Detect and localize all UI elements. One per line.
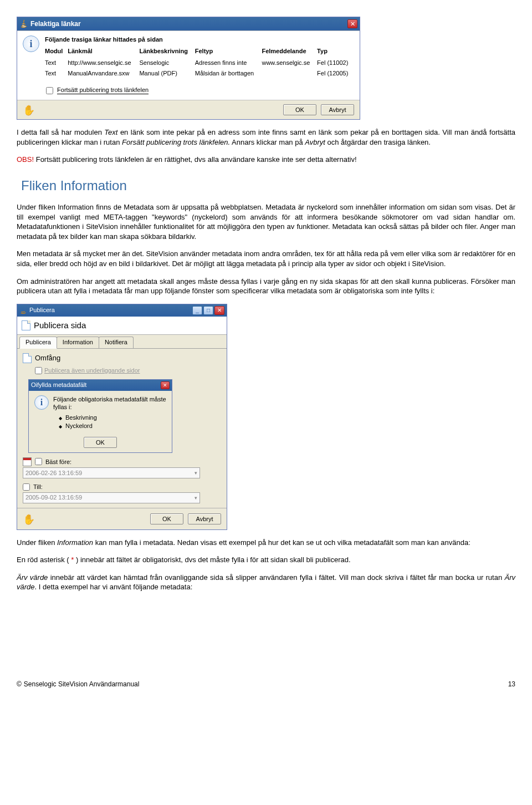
cancel-button[interactable]: Avbryt — [188, 513, 221, 524]
paragraph: Om administratören har angett att metada… — [17, 277, 515, 296]
tabs: Publicera Information Notifiera — [17, 335, 227, 349]
titlebar[interactable]: Publicera _ □ ✕ — [17, 304, 227, 317]
maximize-icon[interactable]: □ — [203, 306, 213, 315]
paragraph: Under fliken Information kan man fylla i… — [17, 538, 515, 548]
java-icon — [19, 19, 28, 28]
col-typ: Typ — [317, 46, 354, 58]
copyright-icon: © — [17, 680, 22, 689]
titlebar[interactable]: Felaktiga länkar ✕ — [17, 17, 360, 30]
tab-notifiera[interactable]: Notifiera — [99, 337, 134, 348]
document-icon — [23, 353, 32, 363]
table-row[interactable]: Text http://www.senselgic.se Senselogic … — [45, 58, 354, 68]
paragraph: I detta fall så har modulen Text en länk… — [17, 128, 515, 147]
hand-icon: ✋ — [23, 513, 35, 525]
unfilled-metadata-dialog: Oifyllda metadatafält ✕ i Följande oblig… — [28, 379, 172, 453]
col-modul: Modul — [45, 46, 68, 58]
col-feltyp: Feltyp — [195, 46, 262, 58]
table-row[interactable]: Text ManualAnvandare.sxw Manual (PDF) Må… — [45, 68, 354, 79]
titlebar[interactable]: Oifyllda metadatafält ✕ — [29, 380, 172, 391]
close-icon[interactable]: ✕ — [214, 306, 224, 315]
best-before-checkbox[interactable] — [35, 458, 42, 465]
info-icon: i — [23, 35, 39, 52]
hand-icon: ✋ — [23, 104, 35, 116]
publish-dialog: Publicera _ □ ✕ Publicera sida Publicera… — [17, 304, 227, 530]
list-item: Nyckelord — [59, 422, 166, 430]
page-number: 13 — [508, 680, 515, 689]
paragraph: Men metadata är så mycket mer än det. Si… — [17, 249, 515, 268]
paragraph: En röd asterisk ( * ) innebär att fältet… — [17, 555, 515, 565]
info-icon: i — [34, 395, 49, 410]
publish-subpages[interactable]: Publicera även underliggande sidor — [35, 366, 221, 375]
dialog-title: Publicera — [29, 306, 191, 314]
footer-text: Senselogic SiteVision Användarmanual — [24, 680, 140, 689]
dialog-intro: Följande trasiga länkar hittades på sida… — [45, 35, 354, 44]
publish-subpages-checkbox[interactable] — [35, 367, 42, 374]
broken-links-table: Modul Länkmål Länkbeskrivning Feltyp Fel… — [45, 46, 354, 79]
col-lankmal: Länkmål — [68, 46, 139, 58]
missing-fields-list: Beskrivning Nyckelord — [59, 414, 166, 430]
till-field[interactable]: 2005-09-02 13:16:59▾ — [23, 492, 200, 503]
tab-publicera[interactable]: Publicera — [19, 337, 57, 349]
ok-button[interactable]: OK — [283, 104, 316, 115]
broken-links-dialog: Felaktiga länkar ✕ i Följande trasiga lä… — [17, 17, 360, 120]
paragraph: Under fliken Information finns de Metada… — [17, 202, 515, 241]
till-checkbox[interactable] — [23, 483, 30, 491]
chevron-down-icon[interactable]: ▾ — [195, 470, 197, 476]
col-beskr: Länkbeskrivning — [139, 46, 195, 58]
section-heading-information: Fliken Information — [21, 177, 515, 195]
section-omfang: Omfång — [23, 353, 221, 363]
page-footer: © Senselogic SiteVision Användarmanual 1… — [0, 677, 532, 694]
cancel-button[interactable]: Avbryt — [321, 104, 354, 115]
close-icon[interactable]: ✕ — [161, 381, 170, 389]
till-row: Till: — [23, 483, 221, 491]
nested-msg: Följande obligatoriska metadatafält måst… — [53, 395, 166, 412]
paragraph: Ärv värde innebär att värdet kan hämtad … — [17, 573, 515, 592]
calendar-icon — [23, 457, 32, 466]
minimize-icon[interactable]: _ — [192, 306, 202, 315]
continue-despite-errors[interactable]: Fortsätt publicering trots länkfelen — [46, 86, 354, 94]
list-item: Beskrivning — [59, 414, 166, 422]
continue-checkbox[interactable] — [46, 87, 53, 94]
best-before-field[interactable]: 2006-02-26 13:16:59▾ — [23, 467, 200, 478]
best-before-row: Bäst före: — [23, 457, 221, 466]
dialog-header: Publicera sida — [17, 317, 227, 335]
document-icon — [22, 320, 30, 330]
tab-information[interactable]: Information — [57, 337, 99, 348]
col-felmed: Felmeddelande — [262, 46, 317, 58]
ok-button[interactable]: OK — [150, 513, 183, 524]
obs-warning: OBS! Fortsätt publicering trots länkfele… — [17, 155, 515, 165]
java-icon — [19, 307, 27, 314]
chevron-down-icon[interactable]: ▾ — [195, 495, 197, 501]
close-icon[interactable]: ✕ — [347, 19, 357, 28]
ok-button[interactable]: OK — [84, 437, 117, 448]
dialog-title: Felaktiga länkar — [30, 19, 347, 28]
